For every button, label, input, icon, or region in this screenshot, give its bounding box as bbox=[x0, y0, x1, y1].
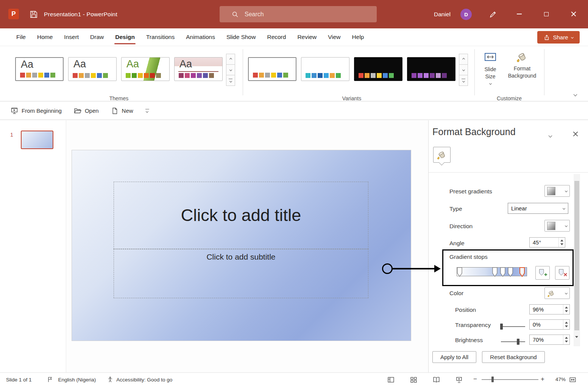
save-icon[interactable] bbox=[30, 10, 38, 19]
minimize-button[interactable] bbox=[513, 8, 525, 20]
scrollbar-thumb[interactable] bbox=[574, 181, 579, 330]
zoom-out-button[interactable]: − bbox=[473, 375, 477, 383]
themes-scroll-up-button[interactable] bbox=[226, 54, 235, 65]
spinner-arrows[interactable] bbox=[563, 335, 569, 344]
themes-more-button[interactable] bbox=[226, 75, 235, 86]
gradient-stop[interactable] bbox=[500, 267, 505, 277]
close-button[interactable] bbox=[568, 8, 580, 20]
title-placeholder[interactable]: Click to add title bbox=[114, 182, 368, 249]
spinner-arrows[interactable] bbox=[563, 320, 569, 329]
spinner-arrows[interactable] bbox=[563, 305, 569, 314]
subtitle-placeholder[interactable]: Click to add subtitle bbox=[114, 249, 368, 298]
gradient-stop[interactable] bbox=[492, 267, 498, 277]
tab-review[interactable]: Review bbox=[292, 28, 322, 46]
gradient-stop-selected[interactable] bbox=[519, 267, 525, 277]
remove-gradient-stop-button[interactable] bbox=[555, 266, 569, 280]
tab-transitions[interactable]: Transitions bbox=[140, 28, 180, 46]
angle-spinner[interactable]: 45° bbox=[529, 237, 565, 247]
theme-color-swatch bbox=[283, 73, 288, 78]
powerpoint-logo-icon[interactable]: P bbox=[8, 9, 19, 19]
tab-file[interactable]: File bbox=[11, 28, 31, 46]
theme-glyph: Aa bbox=[179, 58, 192, 70]
transparency-slider-thumb[interactable] bbox=[500, 324, 503, 330]
apply-to-all-button[interactable]: Apply to All bbox=[432, 351, 476, 363]
color-dropdown[interactable] bbox=[544, 287, 570, 299]
pane-close-button[interactable] bbox=[572, 131, 579, 138]
pane-options-chevron-icon[interactable] bbox=[549, 132, 552, 139]
tab-help[interactable]: Help bbox=[346, 28, 370, 46]
reading-view-icon[interactable] bbox=[432, 375, 441, 384]
zoom-slider-thumb[interactable] bbox=[491, 377, 494, 382]
inking-pen-icon[interactable] bbox=[489, 10, 497, 19]
format-background-button[interactable]: Format Background bbox=[506, 51, 538, 79]
search-box[interactable] bbox=[220, 6, 377, 22]
scroll-down-icon[interactable] bbox=[575, 338, 578, 345]
tab-home[interactable]: Home bbox=[31, 28, 58, 46]
theme-card-3[interactable]: Aa bbox=[121, 57, 170, 81]
brightness-spinner[interactable]: 70% bbox=[529, 335, 570, 345]
slide-editing-surface[interactable]: Click to add title Click to add subtitle bbox=[72, 150, 411, 341]
variants-scroll-up-button[interactable] bbox=[459, 54, 468, 65]
brightness-slider-thumb[interactable] bbox=[517, 339, 519, 345]
variant-card-3[interactable] bbox=[354, 57, 402, 81]
slide-thumbnail[interactable] bbox=[21, 131, 53, 149]
slide-show-view-icon[interactable] bbox=[454, 375, 463, 384]
avatar[interactable]: D bbox=[460, 9, 472, 20]
new-button[interactable]: New bbox=[111, 107, 133, 115]
maximize-button[interactable] bbox=[540, 8, 552, 20]
reset-background-button[interactable]: Reset Background bbox=[482, 351, 545, 363]
variants-scroll-down-button[interactable] bbox=[459, 64, 468, 75]
zoom-in-button[interactable]: + bbox=[541, 375, 544, 383]
tab-record[interactable]: Record bbox=[261, 28, 292, 46]
zoom-slider-track[interactable] bbox=[482, 379, 538, 380]
tab-design[interactable]: Design bbox=[109, 28, 140, 46]
variant-card-2[interactable] bbox=[301, 57, 349, 81]
theme-card-4[interactable]: Aa bbox=[174, 57, 223, 81]
theme-color-swatch bbox=[371, 73, 376, 78]
transparency-spinner[interactable]: 0% bbox=[529, 319, 570, 330]
preset-gradients-dropdown[interactable] bbox=[544, 185, 570, 197]
normal-view-icon[interactable] bbox=[386, 375, 395, 384]
search-input[interactable] bbox=[245, 11, 358, 18]
title-placeholder-text: Click to add title bbox=[181, 205, 301, 225]
language-indicator[interactable]: English (Nigeria) bbox=[58, 377, 96, 383]
themes-scroll-down-button[interactable] bbox=[226, 64, 235, 75]
account-name[interactable]: Daniel bbox=[434, 0, 451, 28]
position-spinner[interactable]: 96% bbox=[529, 304, 570, 314]
slide-indicator[interactable]: Slide 1 of 1 bbox=[6, 377, 32, 383]
zoom-level[interactable]: 47% bbox=[550, 377, 566, 382]
tab-slide-show[interactable]: Slide Show bbox=[221, 28, 262, 46]
new-label: New bbox=[122, 107, 133, 114]
from-beginning-button[interactable]: From Beginning bbox=[11, 107, 62, 115]
quickbar-overflow-button[interactable] bbox=[145, 109, 149, 113]
slide-sorter-view-icon[interactable] bbox=[409, 375, 418, 384]
pane-scrollbar[interactable] bbox=[574, 174, 580, 346]
gradient-stop[interactable] bbox=[457, 267, 462, 277]
brightness-slider-track[interactable] bbox=[501, 341, 525, 342]
transparency-slider-track[interactable] bbox=[501, 326, 525, 327]
open-button[interactable]: Open bbox=[74, 107, 99, 115]
variants-more-button[interactable] bbox=[459, 75, 468, 86]
spinner-arrows[interactable] bbox=[558, 238, 565, 247]
accessibility-icon[interactable] bbox=[107, 377, 113, 383]
direction-dropdown[interactable] bbox=[544, 220, 570, 232]
theme-card-2[interactable]: Aa bbox=[68, 57, 117, 81]
gradient-stops-bar[interactable] bbox=[457, 267, 527, 276]
theme-card-office[interactable]: Aa bbox=[15, 57, 64, 81]
tab-animations[interactable]: Animations bbox=[180, 28, 221, 46]
tab-insert[interactable]: Insert bbox=[58, 28, 84, 46]
tab-view[interactable]: View bbox=[322, 28, 346, 46]
tab-draw[interactable]: Draw bbox=[84, 28, 109, 46]
slide-size-button[interactable]: Slide Size bbox=[478, 51, 503, 84]
flag-icon[interactable] bbox=[47, 377, 53, 383]
fit-slide-to-window-icon[interactable] bbox=[568, 375, 577, 384]
add-gradient-stop-button[interactable] bbox=[535, 266, 550, 280]
group-divider bbox=[474, 49, 475, 95]
gradient-stop[interactable] bbox=[508, 267, 513, 277]
share-button[interactable]: Share bbox=[537, 31, 580, 44]
variant-card-1[interactable] bbox=[248, 57, 296, 81]
type-combobox[interactable]: Linear bbox=[508, 203, 568, 214]
accessibility-status[interactable]: Accessibility: Good to go bbox=[116, 377, 172, 383]
variant-card-4[interactable] bbox=[407, 57, 455, 81]
collapse-ribbon-button[interactable] bbox=[570, 90, 580, 98]
